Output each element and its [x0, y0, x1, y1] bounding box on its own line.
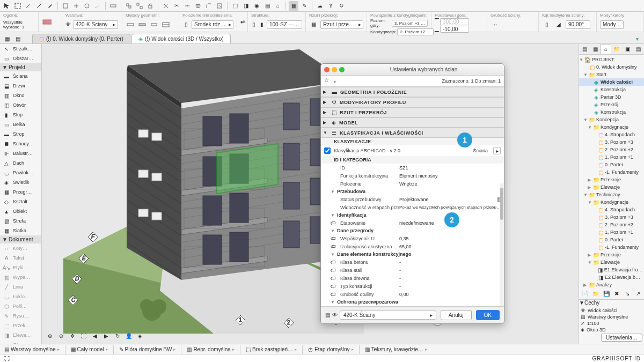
ruler-icon[interactable]	[108, 1, 118, 11]
prop-row-scale[interactable]: ⤢1:100	[581, 320, 642, 327]
draw-icon[interactable]	[24, 1, 33, 11]
snap4-icon[interactable]	[93, 1, 103, 11]
tree-item[interactable]: ▢2. Poziom +2	[579, 221, 644, 228]
row-func[interactable]: Funkcja konstrukcyjnaElement nienośny	[321, 172, 504, 180]
eye-icon[interactable]: 👁	[332, 312, 338, 318]
tabmenu-icon[interactable]: ▾	[632, 34, 642, 43]
group-ident[interactable]: ▼Identyfikacja	[321, 211, 504, 219]
tool-zone[interactable]: ▨Strefa	[0, 216, 41, 226]
refresh-icon[interactable]: ↻	[336, 1, 346, 11]
geom4-icon[interactable]	[161, 20, 171, 29]
3d-icon[interactable]: ⌂	[273, 1, 283, 11]
tool-arc[interactable]: ◡Łuk/o…	[0, 292, 41, 301]
section-icon[interactable]: ⬚	[230, 1, 240, 11]
plan-dropdown[interactable]: Rzut i przekrój…▸	[320, 20, 363, 29]
marquee-icon[interactable]	[13, 1, 23, 11]
sb-pens[interactable]: ✎Pióra domyślne BW▸	[117, 346, 178, 353]
split-icon[interactable]: ✂	[172, 1, 181, 11]
tree-folder-kondygnacje2[interactable]: ▼📁Kondygnacje	[579, 198, 644, 206]
dialog-titlebar[interactable]: Ustawienia wybranych ścian	[321, 64, 504, 76]
geom2-icon[interactable]	[137, 20, 147, 29]
tree-folder-start[interactable]: ▼📁Start	[579, 71, 644, 78]
tool-sect[interactable]: ⬚Przek…	[0, 321, 41, 330]
storey-dropdown[interactable]: 2. Poziom +2 …	[397, 28, 433, 35]
pg-top-input[interactable]	[440, 18, 469, 25]
nav-folder-icon[interactable]: 📁	[591, 289, 601, 299]
snap2-icon[interactable]	[71, 1, 81, 11]
dialog-layer-dropdown[interactable]: 420-K Ściany▸	[340, 311, 436, 320]
classif-picker-button[interactable]: ▸	[493, 147, 501, 154]
nav-icon-1[interactable]: ▤	[579, 44, 590, 54]
tool-shell[interactable]: ◡Powłok…	[0, 168, 41, 178]
detail-icon[interactable]: ◉	[252, 1, 261, 11]
row-ogien[interactable]: 🏷Klasa odporności ogniowej-	[321, 306, 504, 306]
plan-icon[interactable]: ▦	[309, 20, 318, 29]
section-geometry[interactable]: ▶▬GEOMETRIA I POŁOŻENIE	[321, 87, 504, 97]
tree-item[interactable]: ◈Konstrukcja	[579, 108, 644, 116]
prop-row-3dwin[interactable]: ◈Okno 3D	[581, 327, 642, 333]
eye-icon[interactable]: 👁	[65, 21, 71, 27]
sb-subst[interactable]: ⬚Brak zastąpień…▸	[244, 346, 299, 353]
row-drewno[interactable]: 🏷Klasa drewna-	[321, 274, 504, 282]
nav-icon-folder[interactable]: 📁	[611, 44, 622, 54]
tab-grid1-icon[interactable]: ▦	[2, 34, 12, 43]
sb-stage[interactable]: ◷Etap domyślny▸	[306, 346, 356, 353]
elev-icon[interactable]: ◨	[241, 1, 251, 11]
maximize-icon[interactable]	[339, 67, 345, 72]
nav-icon-home[interactable]: ⌂	[601, 44, 611, 54]
chevron-right-icon[interactable]: ▸	[334, 78, 336, 84]
section-classification[interactable]: ▼☰KLASYFIKACJA I WŁAŚCIWOŚCI	[321, 128, 504, 138]
tree-item[interactable]: ▢3. Poziom +3	[579, 138, 644, 146]
tool-door[interactable]: ⬓Drzwi	[0, 81, 41, 91]
snap3-icon[interactable]	[82, 1, 92, 11]
row-widok[interactable]: Widoczność w etapach przebu…Pokaż we wsz…	[321, 203, 504, 211]
fillet-icon[interactable]	[204, 1, 214, 11]
tool-morph[interactable]: ◇Kształt	[0, 197, 41, 206]
row-beton[interactable]: 🏷Klasa betonu-	[321, 258, 504, 266]
share-icon[interactable]: ⇪	[326, 1, 335, 11]
refline1-icon[interactable]: ▯	[182, 20, 189, 29]
tool-stairs[interactable]: ≣Schody…	[0, 139, 41, 149]
trim-icon[interactable]	[161, 1, 171, 11]
scrollbar-thumb[interactable]	[500, 188, 503, 220]
tool-wall[interactable]: ▬Ściana	[0, 71, 41, 81]
tool-label[interactable]: A↘Etyki…	[0, 263, 41, 272]
zoomin-icon[interactable]: ⊕	[45, 331, 55, 341]
row-etap[interactable]: 🏷Etapowanieniezdefiniowane	[321, 219, 504, 227]
expand-icon[interactable]: ⛶	[4, 356, 10, 361]
tool-curtainwall[interactable]: ▦Przegr…	[0, 187, 41, 197]
cancel-button[interactable]: Anuluj	[441, 310, 472, 320]
sb-tex[interactable]: ▨Tekstury, krawędzie…▸	[363, 346, 429, 353]
tree-folder-elewacje2[interactable]: ▼📁Elewacje	[579, 258, 644, 266]
tool-area2[interactable]: ▭Obsza…	[0, 340, 41, 344]
tool-roof[interactable]: △Dach	[0, 158, 41, 168]
nav-in-icon[interactable]: ↘	[623, 289, 632, 299]
nav-save-icon[interactable]: 💾	[602, 289, 611, 299]
intersect-icon[interactable]	[193, 1, 203, 11]
tree-item[interactable]: ◨E2 Elewacja bo…	[579, 274, 644, 281]
nav-icon-2[interactable]: ▦	[590, 44, 601, 54]
tool-elev[interactable]: ◨Elewa…	[0, 330, 41, 340]
tool-skylight[interactable]: ◈Świetlik	[0, 178, 41, 187]
group-icon[interactable]	[124, 1, 134, 11]
sb-layers[interactable]: ▤Warstwy domyślne▸	[2, 346, 62, 353]
tool-beam[interactable]: ▭Belka	[0, 120, 41, 129]
row-typ[interactable]: 🏷Typ konstrukcji-	[321, 282, 504, 290]
section-mods[interactable]: ▶⚙MODYFIKATORY PROFILU	[321, 97, 504, 107]
tool-line[interactable]: ╱Linia	[0, 282, 41, 292]
row-loc[interactable]: PołożenieWnętrze	[321, 180, 504, 188]
angle2-icon[interactable]: ◢	[554, 20, 564, 29]
mods-btn[interactable]: Mody…	[600, 20, 624, 29]
tree-item[interactable]: ◈Parter 3D	[579, 93, 644, 101]
group-ochrona[interactable]: ▼Ochrona przeciwpożarowa	[321, 298, 504, 306]
next-icon[interactable]: ▶	[101, 331, 111, 341]
tool-window[interactable]: ▥Okno	[0, 91, 41, 100]
tree-folder-analizy[interactable]: ▶📁Analizy	[579, 281, 644, 289]
grid-icon[interactable]: ▦	[289, 1, 298, 11]
tool-fill[interactable]: ▨Wype…	[0, 272, 41, 282]
refline-dropdown[interactable]: Środek rdzenia▸	[192, 20, 233, 29]
pan-icon[interactable]: ✥	[68, 331, 77, 341]
tree-item[interactable]: ▢0. Widok domyślny	[579, 63, 644, 71]
group-przebudowa[interactable]: ▼Przebudowa	[321, 188, 504, 195]
angle-input[interactable]	[566, 20, 590, 29]
